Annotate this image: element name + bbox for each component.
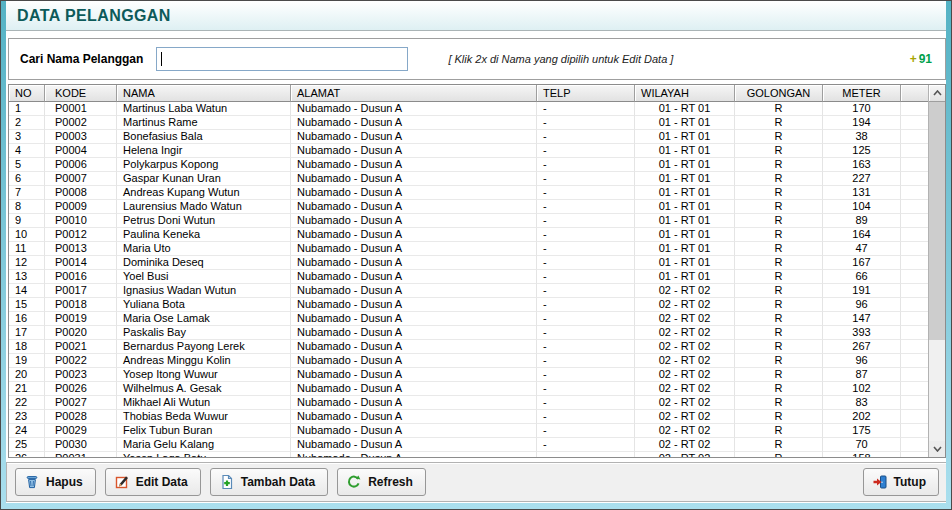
cell-golongan[interactable]: R	[735, 256, 823, 270]
cell-kode[interactable]: P0023	[45, 368, 117, 382]
header-no[interactable]: NO	[9, 85, 45, 102]
cell-meter[interactable]: 96	[823, 298, 901, 312]
cell-meter[interactable]: 194	[823, 116, 901, 130]
cell-wilayah[interactable]: 01 - RT 01	[635, 200, 735, 214]
cell-golongan[interactable]: R	[735, 144, 823, 158]
cell-alamat[interactable]: Nubamado - Dusun A	[291, 382, 537, 396]
cell-nama[interactable]: Paskalis Bay	[117, 326, 291, 340]
cell-meter[interactable]: 191	[823, 284, 901, 298]
hapus-button[interactable]: Hapus	[15, 468, 96, 496]
cell-wilayah[interactable]: 02 - RT 02	[635, 340, 735, 354]
cell-meter[interactable]: 83	[823, 396, 901, 410]
cell-alamat[interactable]: Nubamado - Dusun A	[291, 200, 537, 214]
cell-nama[interactable]: Bonefasius Bala	[117, 130, 291, 144]
cell-alamat[interactable]: Nubamado - Dusun A	[291, 256, 537, 270]
cell-golongan[interactable]: R	[735, 298, 823, 312]
table-row[interactable]: 26 P0031 Yosep Laga Batu Nubamado - Dusu…	[9, 452, 928, 457]
cell-golongan[interactable]: R	[735, 158, 823, 172]
cell-no[interactable]: 9	[9, 214, 45, 228]
cell-kode[interactable]: P0013	[45, 242, 117, 256]
cell-telp[interactable]: -	[537, 172, 635, 186]
cell-no[interactable]: 16	[9, 312, 45, 326]
cell-wilayah[interactable]: 02 - RT 02	[635, 438, 735, 452]
cell-kode[interactable]: P0010	[45, 214, 117, 228]
cell-kode[interactable]: P0004	[45, 144, 117, 158]
table-row[interactable]: 8 P0009 Laurensius Mado Watun Nubamado -…	[9, 200, 928, 214]
cell-golongan[interactable]: R	[735, 228, 823, 242]
cell-kode[interactable]: P0012	[45, 228, 117, 242]
tutup-button[interactable]: Tutup	[863, 468, 939, 496]
table-row[interactable]: 19 P0022 Andreas Minggu Kolin Nubamado -…	[9, 354, 928, 368]
table-row[interactable]: 20 P0023 Yosep Itong Wuwur Nubamado - Du…	[9, 368, 928, 382]
cell-no[interactable]: 15	[9, 298, 45, 312]
cell-no[interactable]: 4	[9, 144, 45, 158]
cell-nama[interactable]: Andreas Minggu Kolin	[117, 354, 291, 368]
cell-alamat[interactable]: Nubamado - Dusun A	[291, 228, 537, 242]
table-row[interactable]: 24 P0029 Felix Tubun Buran Nubamado - Du…	[9, 424, 928, 438]
cell-telp[interactable]: -	[537, 200, 635, 214]
cell-telp[interactable]: -	[537, 158, 635, 172]
cell-golongan[interactable]: R	[735, 438, 823, 452]
cell-no[interactable]: 1	[9, 102, 45, 116]
cell-meter[interactable]: 202	[823, 410, 901, 424]
cell-alamat[interactable]: Nubamado - Dusun A	[291, 438, 537, 452]
cell-alamat[interactable]: Nubamado - Dusun A	[291, 396, 537, 410]
cell-meter[interactable]: 393	[823, 326, 901, 340]
cell-telp[interactable]: -	[537, 116, 635, 130]
cell-kode[interactable]: P0029	[45, 424, 117, 438]
cell-kode[interactable]: P0021	[45, 340, 117, 354]
cell-meter[interactable]: 125	[823, 144, 901, 158]
cell-telp[interactable]: -	[537, 424, 635, 438]
cell-nama[interactable]: Yuliana Bota	[117, 298, 291, 312]
table-row[interactable]: 3 P0003 Bonefasius Bala Nubamado - Dusun…	[9, 130, 928, 144]
cell-alamat[interactable]: Nubamado - Dusun A	[291, 452, 537, 457]
scrollbar-up-button[interactable]	[929, 85, 945, 102]
cell-kode[interactable]: P0028	[45, 410, 117, 424]
cell-kode[interactable]: P0026	[45, 382, 117, 396]
refresh-button[interactable]: Refresh	[337, 468, 426, 496]
cell-nama[interactable]: Yosep Laga Batu	[117, 452, 291, 457]
cell-golongan[interactable]: R	[735, 326, 823, 340]
cell-no[interactable]: 17	[9, 326, 45, 340]
cell-nama[interactable]: Dominika Deseq	[117, 256, 291, 270]
search-input[interactable]	[156, 47, 408, 71]
cell-no[interactable]: 5	[9, 158, 45, 172]
cell-kode[interactable]: P0031	[45, 452, 117, 457]
cell-nama[interactable]: Maria Ose Lamak	[117, 312, 291, 326]
cell-alamat[interactable]: Nubamado - Dusun A	[291, 130, 537, 144]
cell-nama[interactable]: Laurensius Mado Watun	[117, 200, 291, 214]
table-row[interactable]: 1 P0001 Martinus Laba Watun Nubamado - D…	[9, 102, 928, 116]
cell-kode[interactable]: P0017	[45, 284, 117, 298]
cell-telp[interactable]: -	[537, 326, 635, 340]
cell-no[interactable]: 10	[9, 228, 45, 242]
cell-alamat[interactable]: Nubamado - Dusun A	[291, 368, 537, 382]
cell-alamat[interactable]: Nubamado - Dusun A	[291, 424, 537, 438]
cell-nama[interactable]: Petrus Doni Wutun	[117, 214, 291, 228]
cell-no[interactable]: 14	[9, 284, 45, 298]
cell-kode[interactable]: P0001	[45, 102, 117, 116]
cell-no[interactable]: 8	[9, 200, 45, 214]
cell-kode[interactable]: P0008	[45, 186, 117, 200]
cell-golongan[interactable]: R	[735, 186, 823, 200]
cell-wilayah[interactable]: 01 - RT 01	[635, 228, 735, 242]
cell-kode[interactable]: P0003	[45, 130, 117, 144]
cell-nama[interactable]: Bernardus Payong Lerek	[117, 340, 291, 354]
cell-meter[interactable]: 147	[823, 312, 901, 326]
cell-no[interactable]: 25	[9, 438, 45, 452]
cell-meter[interactable]: 131	[823, 186, 901, 200]
cell-alamat[interactable]: Nubamado - Dusun A	[291, 116, 537, 130]
cell-meter[interactable]: 227	[823, 172, 901, 186]
cell-kode[interactable]: P0018	[45, 298, 117, 312]
cell-telp[interactable]: -	[537, 452, 635, 457]
cell-nama[interactable]: Ignasius Wadan Wutun	[117, 284, 291, 298]
cell-wilayah[interactable]: 02 - RT 02	[635, 382, 735, 396]
cell-meter[interactable]: 96	[823, 354, 901, 368]
cell-meter[interactable]: 38	[823, 130, 901, 144]
cell-wilayah[interactable]: 01 - RT 01	[635, 102, 735, 116]
cell-telp[interactable]: -	[537, 270, 635, 284]
vertical-scrollbar[interactable]	[928, 85, 945, 457]
table-row[interactable]: 23 P0028 Thobias Beda Wuwur Nubamado - D…	[9, 410, 928, 424]
cell-kode[interactable]: P0022	[45, 354, 117, 368]
cell-telp[interactable]: -	[537, 354, 635, 368]
cell-nama[interactable]: Yosep Itong Wuwur	[117, 368, 291, 382]
